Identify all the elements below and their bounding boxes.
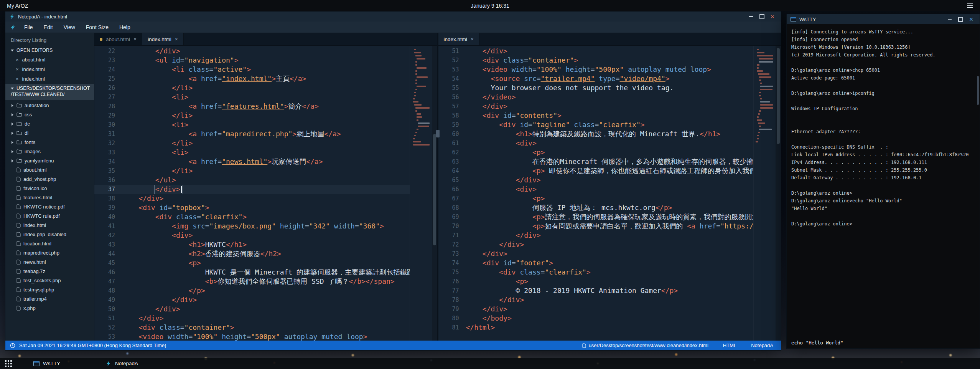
taskbar-item-notepada[interactable]: NotepadA [105,361,138,367]
code-line[interactable]: 69 <p>請注意，我們的伺服器為確保玩家及遊玩時的質素，我們對的服務開放白名單… [438,212,754,222]
sidebar-file[interactable]: index.php_disabled [5,230,94,239]
menu-font-size[interactable]: Font Size [81,23,114,32]
sidebar-folder[interactable]: css [5,110,94,119]
maximize-icon[interactable] [757,13,766,20]
code-line[interactable]: 60 <h1>特別為建築及鐵路而設，現代化的 Minecraft 世界.</h1… [438,129,754,139]
code-line[interactable]: 66 <div> [438,185,754,194]
app-launcher-icon[interactable] [5,360,12,367]
sidebar-file[interactable]: news.html [5,258,94,267]
code-line[interactable]: 62 <p> [438,148,754,157]
terminal-output[interactable]: [info] Connecting to arozos WsTTY servic… [787,24,980,337]
pane2-scrollbar[interactable] [776,46,781,341]
menu-edit[interactable]: Edit [39,23,58,32]
expand-arrow-icon[interactable] [12,132,13,135]
code-line[interactable]: 43 <h1>HKWTC</h1> [94,240,410,249]
code-line[interactable]: 54 <source src="trailer.mp4" type="video… [438,74,754,83]
code-line[interactable]: 63 在香港的Minecraft 伺服器中，多為小遊戲和純生存的伺服器，較少擁有… [438,157,754,166]
code-line[interactable]: 51 </div> [438,46,754,56]
code-line[interactable]: 80 </body> [438,314,754,323]
code-line[interactable]: 61 <div> [438,139,754,148]
close-icon[interactable] [768,13,777,20]
code-line[interactable]: 57 </div> [438,102,754,111]
minimize-icon[interactable] [746,13,756,20]
expand-arrow-icon[interactable] [12,113,13,116]
split-drag-handle[interactable] [436,130,440,137]
code-line[interactable]: 76 <p> [438,277,754,286]
code-line[interactable]: 36 </ul> [94,175,410,185]
sidebar-file[interactable]: mapredirect.php [5,248,94,258]
maximize-icon[interactable] [956,15,965,23]
sidebar-folder[interactable]: fonts [5,138,94,147]
expand-arrow-icon[interactable] [12,159,13,162]
sidebar-root-folder[interactable]: USER:/DESKTOP/SCREENSHOT /TEST/WWW CLEAN… [5,84,94,100]
code-line[interactable]: 59 <div id="tagline" class="clearfix"> [438,120,754,129]
code-line[interactable]: 33 <li> [94,148,410,157]
sidebar-folder[interactable]: dc [5,119,94,129]
sidebar-file[interactable]: features.html [5,193,94,202]
close-tab-icon[interactable]: × [175,36,178,42]
code-line[interactable]: 41 <img src="images/box.png" height="342… [94,222,410,231]
code-line[interactable]: 42 <div> [94,231,410,240]
expand-arrow-icon[interactable] [12,104,13,107]
code-line[interactable]: 68 伺服器 IP 地址為： mcs.hkwtc.org</p> [438,203,754,212]
terminal-input[interactable]: echo "Hello World" [787,337,980,348]
code-line[interactable]: 28 <a href="features.html">簡介</a> [94,102,410,111]
code-line[interactable]: 71 </div> [438,231,754,240]
code-line[interactable]: 26 </li> [94,83,410,93]
code-line[interactable]: 72 </div> [438,240,754,249]
code-line[interactable]: 48 </p> [94,286,410,295]
code-line[interactable]: 30 <li> [94,120,410,129]
code-line[interactable]: 50 </div> [94,304,410,314]
code-line[interactable]: 81</html> [438,323,754,332]
pane1-scrollbar[interactable] [432,46,437,341]
terminal-scrollbar-thumb[interactable] [977,76,979,105]
close-tab-icon[interactable]: × [133,36,137,42]
code-line[interactable]: 35 </li> [94,166,410,175]
pane2-rows[interactable]: 51 </div>52 <div class="container">53 <v… [438,46,754,341]
notepad-titlebar[interactable]: NotepadA - index.html [5,12,781,22]
code-line[interactable]: 56 </video> [438,93,754,102]
code-line[interactable]: 77 © 2018 - 2019 HKWTC Animation Gamer</… [438,286,754,295]
sidebar-file[interactable]: testmysql.php [5,285,94,295]
code-line[interactable]: 65 </div> [438,175,754,185]
taskbar-item-wstty[interactable]: WsTTY [33,361,60,366]
open-editor-item[interactable]: ×about.html [5,55,94,65]
code-line[interactable]: 32 </li> [94,139,410,148]
expand-arrow-icon[interactable] [12,150,13,153]
code-line[interactable]: 53 <video width="100%" height="500px" au… [94,332,410,341]
hamburger-menu-icon[interactable] [967,3,973,8]
code-line[interactable]: 39 <div id="topbox"> [94,203,410,212]
sidebar-file[interactable]: trailer.mp4 [5,295,94,304]
menu-view[interactable]: View [59,23,80,32]
sidebar-file[interactable]: index.html [5,221,94,230]
code-line[interactable]: 53 <video width="100%" height="500px" au… [438,65,754,74]
code-line[interactable]: 31 <a href="mapredirect.php">網上地圖</a> [94,129,410,139]
tab-index.html[interactable]: index.html× [438,33,480,45]
sidebar-folder[interactable]: dl [5,129,94,138]
code-line[interactable]: 49 </div> [94,295,410,304]
code-line[interactable]: 47 <b>你知道我們全條伺服器已轉用 SSD 了嗎？</b></span> [94,277,410,286]
code-line[interactable]: 70 <p>如有問題或需要申請白名單，歡迎加入我們的 <a href="http… [438,222,754,231]
open-editor-item[interactable]: ×index.html [5,74,94,84]
split-divider[interactable] [437,33,438,341]
code-line[interactable]: 34 <a href="news.html">玩家傳送門</a> [94,157,410,166]
pane1-minimap[interactable] [410,46,432,341]
code-line[interactable]: 25 <a href="index.html">主頁</a> [94,74,410,83]
code-line[interactable]: 58 <div id="contents"> [438,111,754,120]
code-line[interactable]: 24 <li class="active"> [94,65,410,74]
sidebar-file[interactable]: location.html [5,239,94,248]
sidebar-file[interactable]: HKWTC notice.pdf [5,202,94,212]
code-line[interactable]: 46 HKWTC 是一個 Minecraft 的建築伺服器，主要建築計劃包括鐵路… [94,268,410,277]
code-line[interactable]: 23 <ul id="navigation"> [94,56,410,65]
code-line[interactable]: 75 <div class="clearfix"> [438,268,754,277]
expand-arrow-icon[interactable] [12,122,13,126]
statusbar-language-mode[interactable]: HTML [723,343,736,348]
code-line[interactable]: 38 </div> [94,194,410,203]
code-line[interactable]: 44 <h2>香港的建築伺服器</h2> [94,249,410,258]
sidebar-folder[interactable]: autostation [5,101,94,110]
sidebar-file[interactable]: HKWTC rule.pdf [5,212,94,221]
pane2-minimap[interactable] [753,46,776,341]
minimize-icon[interactable] [945,15,954,23]
scrollbar-thumb[interactable] [777,48,780,144]
code-line[interactable]: 51 </div> [94,314,410,323]
